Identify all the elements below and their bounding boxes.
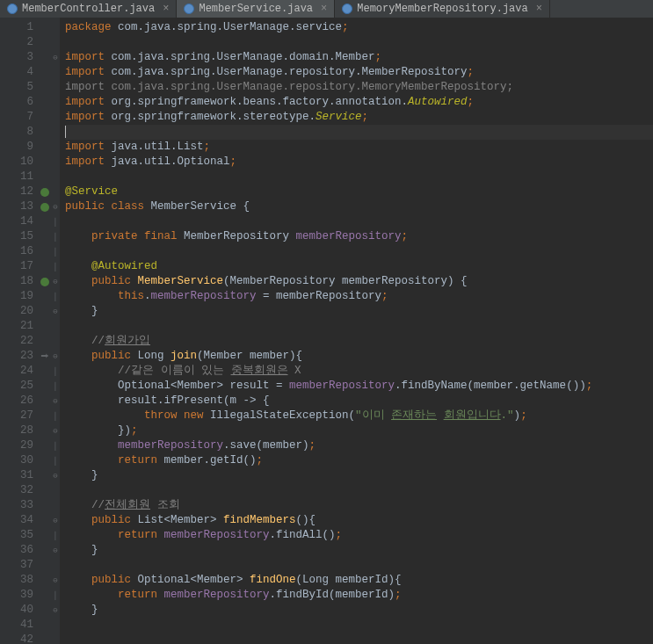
kw: import xyxy=(65,66,105,78)
params: (Long memberId){ xyxy=(296,574,402,586)
semi: ; xyxy=(309,439,316,452)
semi: ; xyxy=(468,66,475,78)
brace: } xyxy=(91,305,98,317)
pkg: org.springframework.beans.factory.annota… xyxy=(105,96,408,108)
brace: } xyxy=(91,469,98,481)
tab-label: MemberController.java xyxy=(22,3,155,15)
pkg: java.util.Optional xyxy=(105,156,230,168)
kw: import xyxy=(65,156,105,168)
kw: return xyxy=(118,529,164,541)
semi: ; xyxy=(257,454,264,467)
line-numbers: 1234567891011121314151617181920212223242… xyxy=(0,18,39,644)
java-class-icon xyxy=(342,4,352,14)
field: memberRepository xyxy=(296,230,402,242)
str: "이미 xyxy=(355,409,391,422)
tab-label: MemoryMemberRepository.java xyxy=(357,3,527,15)
tab-label: MemberService.java xyxy=(199,3,313,15)
tab-memory-repo[interactable]: MemoryMemberRepository.java × xyxy=(335,0,550,18)
close-icon[interactable]: × xyxy=(536,3,542,15)
close-icon[interactable]: × xyxy=(321,3,327,15)
call: .findAll() xyxy=(270,529,336,541)
paren: ) xyxy=(514,409,521,422)
field: memberRepository xyxy=(164,529,270,541)
unused-import: import com.java.spring.UserManage.reposi… xyxy=(65,81,513,93)
type: MemberRepository xyxy=(184,230,296,242)
semi: ; xyxy=(586,380,593,392)
class-name: MemberService xyxy=(151,200,237,213)
call: .findById(memberId) xyxy=(270,589,395,601)
semi: ; xyxy=(204,141,211,153)
type: List<Member> xyxy=(138,514,224,526)
method: findOne xyxy=(250,574,296,586)
kw: public xyxy=(91,514,138,526)
call: .save(member) xyxy=(223,439,309,452)
kw: public xyxy=(91,350,138,362)
comment: 회원가입 xyxy=(105,335,150,347)
kw: this xyxy=(118,290,144,302)
semi: ; xyxy=(230,156,237,168)
comment: // xyxy=(91,335,105,347)
java-class-icon xyxy=(7,4,18,14)
decl: Optional<Member> result = xyxy=(118,380,289,392)
kw: import xyxy=(65,141,105,153)
semi: ; xyxy=(381,290,388,302)
kw: public xyxy=(65,200,105,213)
comment: 중복회원은 xyxy=(231,365,288,377)
str xyxy=(437,409,444,422)
kw: return xyxy=(118,589,164,601)
pkg: org.springframework.stereotype. xyxy=(105,111,316,123)
brace: { xyxy=(243,200,250,213)
semi: ; xyxy=(131,424,138,437)
comment: X xyxy=(288,365,301,377)
dot: . xyxy=(144,290,151,302)
semi: ; xyxy=(468,96,475,108)
str: 회원입니다 xyxy=(444,409,501,422)
pkg: com.java.spring.UserManage.repository.Me… xyxy=(105,66,468,78)
java-class-icon xyxy=(184,4,194,14)
annotation: @Service xyxy=(65,185,118,198)
ann: Service xyxy=(316,111,362,123)
semi: ; xyxy=(342,21,349,33)
str: 존재하는 xyxy=(391,409,437,422)
assign: = memberRepository xyxy=(257,290,382,302)
field: memberRepository xyxy=(118,439,223,452)
comment: 전체회원 xyxy=(105,499,150,511)
tab-member-service[interactable]: MemberService.java × xyxy=(177,0,335,18)
kw: import xyxy=(65,51,105,63)
editor-tabs: MemberController.java × MemberService.ja… xyxy=(0,0,653,18)
annotation: @Autowired xyxy=(91,260,157,272)
field: memberRepository xyxy=(164,589,270,601)
type: Optional<Member> xyxy=(138,574,250,586)
pkg: java.util.List xyxy=(105,141,204,153)
brace: } xyxy=(91,604,98,616)
exc: IllegalStateException( xyxy=(210,409,355,422)
comment: // xyxy=(91,499,105,511)
lambda: result.ifPresent(m -> { xyxy=(118,394,270,407)
kw: import xyxy=(65,111,105,123)
kw: throw new xyxy=(144,409,210,422)
code-editor[interactable]: 1234567891011121314151617181920212223242… xyxy=(0,18,653,644)
kw: return xyxy=(118,454,164,467)
kw: private final xyxy=(91,230,184,242)
kw: package xyxy=(65,21,112,33)
kw: import xyxy=(65,96,105,108)
brace: }) xyxy=(118,424,131,437)
params: (Member member){ xyxy=(197,350,302,362)
semi: ; xyxy=(395,589,402,601)
close-icon[interactable]: × xyxy=(163,3,169,15)
tab-member-controller[interactable]: MemberController.java × xyxy=(0,0,177,18)
comment: //같은 이름이 있는 xyxy=(118,365,231,377)
kw: class xyxy=(112,200,145,213)
method: join xyxy=(171,350,197,362)
params: (){ xyxy=(296,514,316,526)
call: .findByName(member.getName()) xyxy=(395,380,586,392)
str: ." xyxy=(501,409,514,422)
kw: public xyxy=(91,275,138,287)
method: findMembers xyxy=(223,514,296,526)
semi: ; xyxy=(336,529,343,541)
code-area[interactable]: package com.java.spring.UserManage.servi… xyxy=(60,18,653,644)
semi: ; xyxy=(375,51,382,63)
fold-column: ⊖⊖││││⊖│⊖⊖││⊖│⊖││⊖⊖│⊖⊖│⊖ xyxy=(51,18,60,644)
ctor: MemberService xyxy=(138,275,224,287)
call: member.getId() xyxy=(164,454,257,467)
